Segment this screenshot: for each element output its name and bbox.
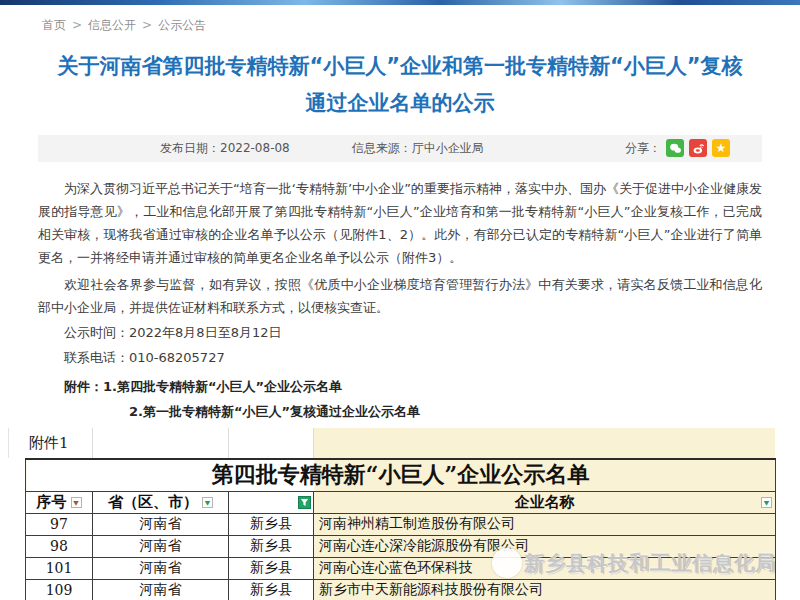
cell-index: 101 [26,557,93,579]
active-filter-funnel-icon [298,496,311,509]
table-row: 101 河南省 新乡县 河南心连心蓝色环保科技 [26,557,776,579]
attachment-link-1[interactable]: 1.第四批专精特新“小巨人”企业公示名单 [103,379,342,394]
sheet-empty-cell [229,428,314,458]
cell-company: 新乡市中天新能源科技股份有限公司 [314,579,776,600]
sheet-label-row: 附件1 [8,428,775,458]
filter-dropdown-icon: ▼ [71,497,82,508]
cell-province: 河南省 [93,579,229,600]
publicity-time-line: 公示时间：2022年8月8日至8月12日 [38,321,762,344]
table-row: 98 河南省 新乡县 河南心连心深冷能源股份有限公司 [26,535,776,557]
cell-index: 109 [26,579,93,600]
share-qzone-star-icon[interactable]: ★ [712,139,730,157]
cell-county: 新乡县 [229,579,314,600]
publish-date: 发布日期：2022-08-08 [160,140,290,157]
paragraph: 为深入贯彻习近平总书记关于“培育一批‘专精特新’中小企业”的重要指示精神，落实中… [38,177,762,269]
share-wechat-icon[interactable] [666,139,684,157]
info-source: 信息来源：厅中小企业局 [352,140,484,157]
sheet-empty-cell [93,428,229,458]
col-header-company: 企业名称▼ [314,491,776,513]
cell-company: 河南神州精工制造股份有限公司 [314,513,776,535]
paragraph: 欢迎社会各界参与监督，如有异议，按照《优质中小企业梯度培育管理暂行办法》中有关要… [38,273,762,319]
filter-dropdown-icon: ▼ [202,497,213,508]
article-meta-bar: 发布日期：2022-08-08 信息来源：厅中小企业局 分享： ★ [38,135,762,162]
cell-county: 新乡县 [229,557,314,579]
attachment-spreadsheet: 附件1 第四批专精特新“小巨人”企业公示名单 序号▼ 省（区、市）▼ 企业名称▼… [0,428,800,458]
table-title: 第四批专精特新“小巨人”企业公示名单 [26,459,776,491]
col-header-province: 省（区、市）▼ [93,491,229,513]
col-header-county [229,491,314,513]
attachment-link-2[interactable]: 2.第一批专精特新“小巨人”复核通过企业公示名单 [38,400,762,423]
article: 关于河南省第四批专精特新“小巨人”企业和第一批专精特新“小巨人”复核通过企业名单… [38,48,762,479]
breadcrumb-home[interactable]: 首页 [42,18,66,32]
breadcrumb: 首页>信息公开>公示公告 [0,5,800,34]
sheet-label: 附件1 [9,428,93,458]
table-row: 97 河南省 新乡县 河南神州精工制造股份有限公司 [26,513,776,535]
breadcrumb-public-notice[interactable]: 公示公告 [158,18,206,32]
cell-county: 新乡县 [229,535,314,557]
cell-index: 97 [26,513,93,535]
cell-province: 河南省 [93,535,229,557]
breadcrumb-separator: > [72,18,82,32]
company-list-table: 第四批专精特新“小巨人”企业公示名单 序号▼ 省（区、市）▼ 企业名称▼ 97 … [25,458,776,600]
share-weibo-icon[interactable] [689,139,707,157]
cell-province: 河南省 [93,513,229,535]
cell-index: 98 [26,535,93,557]
cell-company: 河南心连心蓝色环保科技 [314,557,776,579]
share-bar: 分享： ★ [625,139,730,157]
breadcrumb-info-disclosure[interactable]: 信息公开 [88,18,136,32]
col-header-index: 序号▼ [26,491,93,513]
breadcrumb-separator: > [142,18,152,32]
cell-company: 河南心连心深冷能源股份有限公司 [314,535,776,557]
share-label: 分享： [625,140,661,157]
sheet-empty-cell [314,428,775,458]
table-row: 109 河南省 新乡县 新乡市中天新能源科技股份有限公司 [26,579,776,600]
page-title: 关于河南省第四批专精特新“小巨人”企业和第一批专精特新“小巨人”复核通过企业名单… [50,48,750,122]
contact-phone-line: 联系电话：010-68205727 [38,346,762,369]
attachments-label: 附件： [64,379,103,394]
cell-province: 河南省 [93,557,229,579]
cell-county: 新乡县 [229,513,314,535]
filter-dropdown-icon: ▼ [761,497,772,508]
